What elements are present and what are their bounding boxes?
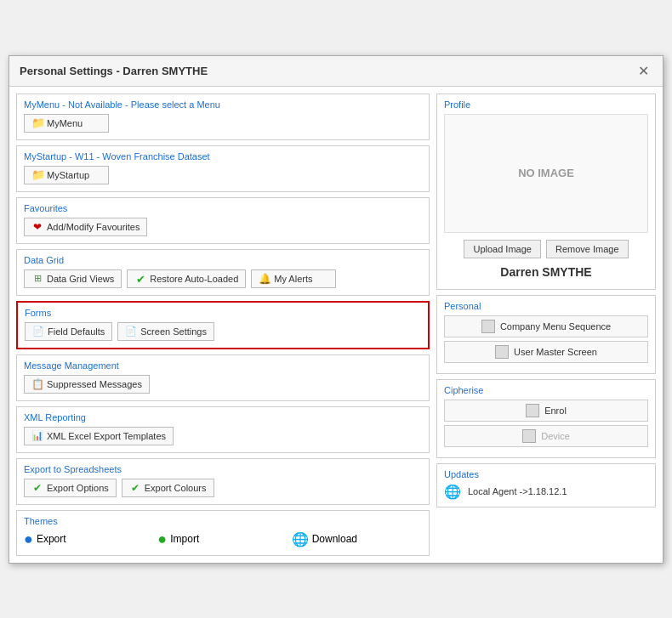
themes-row: ● Export ● Import 🌐 Download (24, 530, 422, 548)
updates-section: Updates 🌐 Local Agent ->1.18.12.1 (436, 463, 656, 507)
themes-section: Themes ● Export ● Import 🌐 Download (16, 510, 430, 556)
enrol-button[interactable]: Enrol (444, 400, 648, 422)
remove-image-button[interactable]: Remove Image (546, 240, 629, 258)
datagrid-label: Data Grid (24, 255, 422, 265)
themes-export-item[interactable]: ● Export (24, 530, 154, 548)
datagrid-section: Data Grid ⊞ Data Grid Views ✔ Restore Au… (16, 249, 430, 296)
blue-circle-icon: ● (24, 530, 33, 548)
profile-username: Darren SMYTHE (444, 265, 648, 279)
mystartup-button[interactable]: 📁 MyStartup (24, 166, 109, 184)
dialog-body: MyMenu - Not Available - Please select a… (9, 87, 663, 563)
mymenu-section: MyMenu - Not Available - Please select a… (16, 94, 430, 140)
doc-icon: 📄 (32, 326, 44, 337)
grid-icon: ⊞ (31, 273, 43, 285)
right-panel: Profile NO IMAGE Upload Image Remove Ima… (436, 94, 656, 556)
message-mgmt-section: Message Management 📋 Suppressed Messages (16, 354, 430, 401)
restore-autoloaded-button[interactable]: ✔ Restore Auto-Loaded (127, 269, 246, 288)
heart-icon: ❤ (31, 221, 43, 233)
themes-label: Themes (24, 516, 422, 526)
personal-settings-dialog: Personal Settings - Darren SMYTHE ✕ MyMe… (9, 55, 663, 564)
suppressed-messages-button[interactable]: 📋 Suppressed Messages (24, 375, 150, 394)
mystartup-icon: 📁 (31, 169, 43, 181)
datagrid-views-button[interactable]: ⊞ Data Grid Views (24, 269, 122, 288)
mymenu-label: MyMenu - Not Available - Please select a… (24, 99, 422, 110)
device-button[interactable]: Device (444, 425, 648, 447)
no-image-box: NO IMAGE (444, 114, 648, 233)
device-icon (522, 429, 536, 443)
message-icon: 📋 (31, 378, 43, 390)
message-mgmt-label: Message Management (24, 360, 422, 371)
favourites-button[interactable]: ❤ Add/Modify Favourites (24, 218, 147, 236)
themes-import-item[interactable]: ● Import (157, 530, 288, 548)
green-circle-icon: ● (157, 530, 167, 548)
themes-export-label: Export (37, 533, 66, 545)
xml-export-templates-button[interactable]: 📊 XML Excel Export Templates (24, 427, 174, 445)
colours-icon: ✔ (129, 482, 141, 494)
updates-globe-icon: 🌐 (444, 484, 461, 500)
menu-seq-icon (481, 320, 495, 333)
xml-reporting-section: XML Reporting 📊 XML Excel Export Templat… (16, 406, 430, 453)
export-icon: ✔ (31, 482, 43, 494)
profile-buttons: Upload Image Remove Image (444, 240, 648, 258)
title-bar: Personal Settings - Darren SMYTHE ✕ (9, 56, 663, 87)
no-image-text: NO IMAGE (518, 167, 574, 179)
favourites-section: Favourites ❤ Add/Modify Favourites (16, 197, 430, 244)
check-icon: ✔ (134, 273, 146, 285)
updates-label: Updates (444, 469, 648, 479)
cipherise-label: Cipherise (444, 385, 648, 395)
profile-section: Profile NO IMAGE Upload Image Remove Ima… (436, 94, 656, 290)
field-defaults-button[interactable]: 📄 Field Defaults (25, 322, 112, 341)
my-alerts-button[interactable]: 🔔 My Alerts (251, 269, 336, 288)
bell-icon: 🔔 (259, 273, 271, 285)
mystartup-label: MyStartup - W11 - Woven Franchise Datase… (24, 151, 422, 162)
export-spreadsheets-label: Export to Spreadsheets (24, 464, 422, 474)
xml-reporting-label: XML Reporting (24, 412, 422, 422)
mymenu-button[interactable]: 📁 MyMenu (24, 114, 109, 133)
mymenu-icon: 📁 (31, 117, 43, 129)
left-panel: MyMenu - Not Available - Please select a… (16, 94, 430, 556)
favourites-label: Favourites (24, 203, 422, 213)
xml-icon: 📊 (31, 430, 43, 442)
screen-settings-button[interactable]: 📄 Screen Settings (117, 322, 214, 341)
forms-label: Forms (25, 308, 421, 318)
export-colours-button[interactable]: ✔ Export Colours (122, 479, 214, 497)
enrol-icon (526, 404, 539, 417)
upload-image-button[interactable]: Upload Image (464, 240, 541, 258)
personal-label: Personal (444, 301, 648, 311)
company-menu-sequence-button[interactable]: Company Menu Sequence (444, 315, 648, 337)
local-agent-label: Local Agent ->1.18.12.1 (468, 486, 567, 496)
profile-label: Profile (444, 99, 648, 110)
cipherise-section: Cipherise Enrol Device (436, 379, 656, 458)
forms-section: Forms 📄 Field Defaults 📄 Screen Settings (16, 301, 430, 349)
updates-row: 🌐 Local Agent ->1.18.12.1 (444, 484, 648, 500)
personal-section: Personal Company Menu Sequence User Mast… (436, 295, 656, 374)
screen-icon: 📄 (125, 326, 137, 337)
export-spreadsheets-section: Export to Spreadsheets ✔ Export Options … (16, 458, 430, 505)
themes-import-label: Import (170, 533, 199, 545)
close-button[interactable]: ✕ (635, 63, 652, 79)
themes-download-label: Download (312, 533, 357, 545)
mystartup-section: MyStartup - W11 - Woven Franchise Datase… (16, 145, 430, 192)
user-master-screen-button[interactable]: User Master Screen (444, 341, 648, 363)
themes-download-item[interactable]: 🌐 Download (292, 531, 422, 547)
export-options-button[interactable]: ✔ Export Options (24, 479, 117, 497)
dialog-title: Personal Settings - Darren SMYTHE (20, 65, 208, 77)
globe-icon: 🌐 (292, 531, 309, 547)
user-master-icon (495, 345, 509, 359)
